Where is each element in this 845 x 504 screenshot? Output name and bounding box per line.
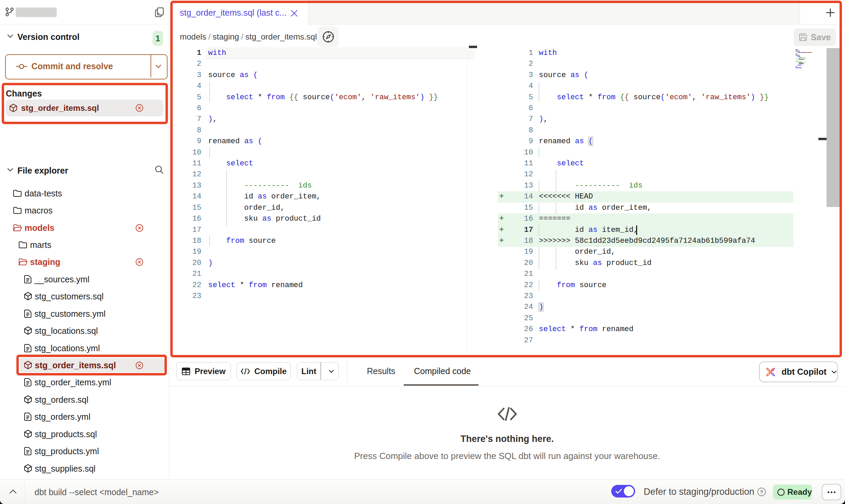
svg-text:?: ? [760,489,763,495]
